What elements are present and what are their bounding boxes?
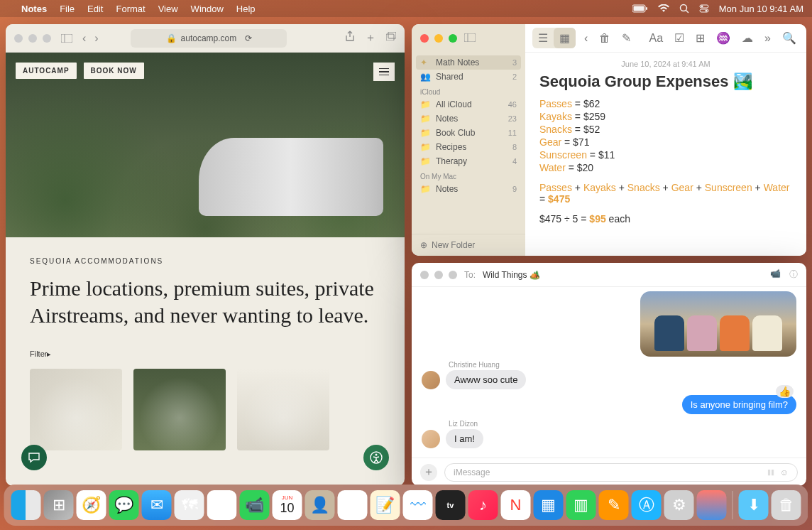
minimize-button[interactable] [434,34,443,43]
zoom-button[interactable] [43,34,51,43]
dock-calendar[interactable]: JUN10 [273,490,302,520]
recipient-name[interactable]: Wild Things 🏕️ [483,270,540,280]
dock-mail[interactable]: ✉︎ [142,490,172,520]
dock-appstore[interactable]: Ⓐ [632,490,662,520]
dock-news[interactable]: N [501,490,531,520]
link-icon[interactable]: ☁ [739,28,756,48]
tabs-icon[interactable] [386,31,396,45]
menu-format[interactable]: Format [116,4,145,14]
back-icon[interactable]: ‹ [581,29,591,48]
dock-notes[interactable]: 📝 [371,490,400,520]
share-icon[interactable] [345,31,355,45]
close-button[interactable] [420,271,429,279]
dock-maps[interactable]: 🗺 [175,490,204,520]
format-icon[interactable]: Aa [647,29,666,48]
messages-thread[interactable]: Christine Huang Awww soo cute 👍 Is anyon… [412,287,806,458]
dock-settings[interactable]: ⚙ [664,490,694,520]
close-button[interactable] [14,34,23,43]
compose-icon[interactable]: ✎ [619,28,634,48]
dock-facetime[interactable]: 📹 [240,490,270,520]
message-bubble[interactable]: Awww soo cute [446,370,526,389]
search-icon[interactable]: 🔍 [779,28,799,48]
tapback-thumbs-up[interactable]: 👍 [776,385,794,398]
battery-icon[interactable] [632,4,648,13]
folder-book-club[interactable]: 📁Book Club11 [412,126,525,140]
sidebar-icon[interactable] [58,31,75,45]
sidebar-toggle-icon[interactable] [464,32,476,45]
accessibility-fab[interactable] [363,445,389,470]
folder-shared[interactable]: 👥 Shared 2 [412,70,525,84]
filter-button[interactable]: Filter▸ [30,350,380,359]
minimize-button[interactable] [434,271,443,279]
zoom-button[interactable] [449,271,457,279]
dock-iphone-mirroring[interactable] [697,490,727,520]
dock-downloads[interactable]: ⬇ [739,490,769,520]
minimize-button[interactable] [28,34,37,43]
emoji-icon[interactable]: ☺ [780,467,789,477]
wifi-icon[interactable] [658,4,669,13]
checklist-icon[interactable]: ☑ [671,28,687,48]
close-button[interactable] [420,34,429,43]
note-body[interactable]: June 10, 2024 at 9:41 AM Sequoia Group E… [525,53,806,233]
list-view-icon[interactable]: ☰ [532,28,554,48]
message-bubble[interactable]: Is anyone bringing film? [682,395,796,414]
folder-notes[interactable]: 📁Notes23 [412,112,525,126]
table-icon[interactable]: ⊞ [693,28,708,48]
view-segmented-control[interactable]: ☰ ▦ [532,28,576,48]
dock-music[interactable]: ♪ [468,490,498,520]
suite-card[interactable] [237,369,329,450]
app-menu[interactable]: Notes [21,4,47,14]
back-button[interactable]: ‹ [82,32,86,45]
folder-recipes[interactable]: 📁Recipes8 [412,140,525,154]
new-folder-button[interactable]: ⊕New Folder [412,234,525,256]
reload-icon[interactable]: ⟳ [245,33,252,43]
folder-therapy[interactable]: 📁Therapy4 [412,154,525,168]
menu-view[interactable]: View [158,4,178,14]
control-center-icon[interactable] [699,4,709,13]
menu-file[interactable]: File [60,4,75,14]
photo-attachment[interactable] [640,291,796,357]
folder-math-notes[interactable]: ✦ Math Notes 3 [416,55,521,70]
menu-help[interactable]: Help [236,4,256,14]
site-logo[interactable]: AUTOCAMP [16,63,77,79]
delete-icon[interactable]: 🗑 [596,29,613,48]
apps-button[interactable]: ＋ [420,464,437,481]
spotlight-icon[interactable] [679,4,689,13]
new-tab-icon[interactable]: ＋ [365,31,376,45]
hamburger-menu[interactable] [373,63,395,81]
message-input[interactable]: iMessage ⦀⦀ ☺ [444,463,798,482]
dock-finder[interactable] [11,490,41,520]
message-bubble[interactable]: I am! [446,429,483,448]
grid-view-icon[interactable]: ▦ [554,28,576,48]
dock-messages[interactable]: 💬 [109,490,139,520]
avatar[interactable] [422,430,440,448]
dock-tv[interactable]: tv [436,490,466,520]
dock-trash[interactable]: 🗑 [772,490,801,520]
dock-freeform[interactable]: 〰 [403,490,433,520]
dock-contacts[interactable]: 👤 [305,490,335,520]
zoom-button[interactable] [449,34,457,43]
menu-window[interactable]: Window [191,4,224,14]
folder-local-notes[interactable]: 📁Notes9 [412,182,525,196]
dock-reminders[interactable]: ☰ [338,490,368,520]
address-bar[interactable]: 🔒 autocamp.com ⟳ [131,29,287,48]
more-icon[interactable]: » [762,29,774,48]
dock-safari[interactable]: 🧭 [77,490,106,520]
dock-pages[interactable]: ✎ [599,490,629,520]
media-icon[interactable]: ♒ [713,28,733,48]
dock-keynote[interactable]: ▦ [534,490,564,520]
info-icon[interactable]: ⓘ [789,269,798,281]
dock-photos[interactable]: ✿ [207,490,237,520]
dock-launchpad[interactable]: ⊞ [44,490,74,520]
suite-card[interactable] [133,369,226,450]
suite-card[interactable] [30,369,122,450]
book-now-button[interactable]: BOOK NOW [84,63,144,79]
chat-fab[interactable] [21,445,47,470]
menubar-clock[interactable]: Mon Jun 10 9:41 AM [719,4,803,14]
facetime-icon[interactable]: 📹 [770,269,781,281]
folder-all-icloud[interactable]: 📁All iCloud46 [412,97,525,112]
menu-edit[interactable]: Edit [87,4,103,14]
avatar[interactable] [422,371,440,389]
dock-numbers[interactable]: ▥ [566,490,596,520]
forward-button[interactable]: › [94,32,98,45]
